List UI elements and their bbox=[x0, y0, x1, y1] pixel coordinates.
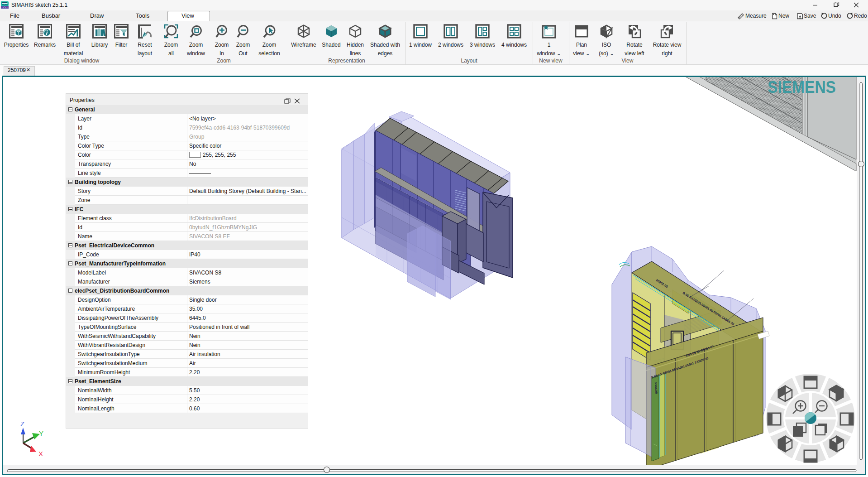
svg-text:X: X bbox=[38, 450, 43, 458]
svg-text:SIEMENS: SIEMENS bbox=[768, 78, 836, 96]
svg-text:Z: Z bbox=[20, 420, 24, 428]
svg-text:Y: Y bbox=[39, 429, 43, 437]
